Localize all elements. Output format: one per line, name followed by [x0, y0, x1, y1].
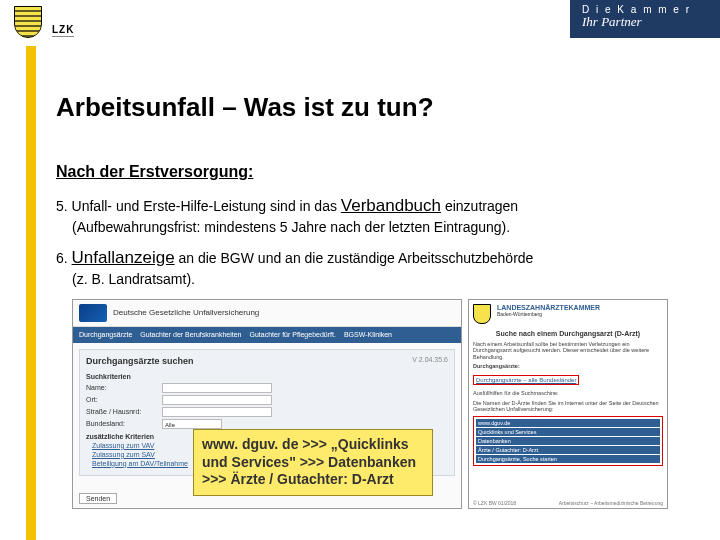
ort-input[interactable] — [162, 395, 272, 405]
nav-item[interactable]: Gutachter für Pflegebedürft. — [249, 331, 335, 338]
list-item-5: 5. Unfall- und Erste-Hilfe-Leistung sind… — [56, 195, 704, 237]
bundesland-select[interactable]: Alle — [162, 419, 222, 429]
crest-icon — [14, 6, 42, 38]
name-input[interactable] — [162, 383, 272, 393]
doc-para: Durchgangsärzte: — [473, 363, 663, 370]
item5-pre: Unfall- und Erste-Hilfe-Leistung sind in… — [68, 198, 341, 214]
step-bar: www.dguv.de — [476, 419, 660, 427]
field-label: Name: — [86, 384, 156, 391]
screenshot-dguv: Deutsche Gesetzliche Unfallversicherung … — [72, 299, 462, 509]
screenshot-lzk-doc: LANDESZAHNÄRZTEKAMMER Baden-Württemberg … — [468, 299, 668, 509]
step-bar: Datenbanken — [476, 437, 660, 445]
street-input[interactable] — [162, 407, 272, 417]
field-label: Bundesland: — [86, 420, 156, 427]
dguv-brand: Deutsche Gesetzliche Unfallversicherung — [113, 308, 259, 317]
item6-num: 6. — [56, 250, 68, 266]
version-label: V 2.04.35.6 — [412, 356, 448, 370]
list-item-6: 6. Unfallanzeige an die BGW und an die z… — [56, 247, 704, 289]
doc-footer-right: Arbeitsschutz – Arbeitsmedizinische Betr… — [559, 500, 663, 506]
highlighted-steps: www.dguv.de Quicklinks und Services Date… — [473, 416, 663, 466]
nav-item[interactable]: BGSW-Kliniken — [344, 331, 392, 338]
accent-bar — [26, 46, 36, 540]
doc-para: Nach einem Arbeitsunfall sollte bei best… — [473, 341, 663, 361]
submit-button[interactable]: Senden — [79, 493, 117, 504]
highlighted-link[interactable]: Durchgangsärzte – alle Bundesländer — [473, 375, 579, 385]
item5-post: einzutragen — [441, 198, 518, 214]
step-bar: Durchgangsärzte, Suche starten — [476, 455, 660, 463]
item6-highlight: Unfallanzeige — [72, 248, 175, 267]
doc-subtitle: Baden-Württemberg — [497, 311, 600, 317]
partner-badge: D i e K a m m e r Ihr Partner — [570, 0, 720, 38]
doc-heading: Suche nach einem Durchgangsarzt (D-Arzt) — [473, 330, 663, 337]
item5-sub: (Aufbewahrungsfrist: mindestens 5 Jahre … — [56, 218, 704, 237]
section-heading: Nach der Erstversorgung: — [56, 163, 704, 181]
doc-para: Die Namen der D-Ärzte finden Sie im Inte… — [473, 400, 663, 413]
step-bar: Ärzte / Gutachter: D-Arzt — [476, 446, 660, 454]
search-title: Durchgangsärzte suchen — [86, 356, 194, 366]
item5-highlight: Verbandbuch — [341, 196, 441, 215]
field-label: Straße / Hausnrd: — [86, 408, 156, 415]
callout-box: www. dguv. de >>> „Quicklinks und Servic… — [193, 429, 433, 496]
step-bar: Quicklinks und Services — [476, 428, 660, 436]
kammer-line2: Ihr Partner — [582, 14, 708, 30]
doc-title: LANDESZAHNÄRZTEKAMMER — [497, 304, 600, 312]
item5-num: 5. — [56, 198, 68, 214]
field-label: Ort: — [86, 396, 156, 403]
lzk-label: LZK — [52, 24, 74, 37]
dguv-navbar: Durchgangsärzte Gutachter der Berufskran… — [73, 327, 461, 343]
crest-icon — [473, 304, 491, 324]
dguv-logo-icon — [79, 304, 107, 322]
doc-para: Ausfüllhilfen für die Suchmaschine: — [473, 390, 663, 397]
item6-post: an die BGW und an die zuständige Arbeits… — [175, 250, 534, 266]
item6-sub: (z. B. Landratsamt). — [56, 270, 704, 289]
nav-item[interactable]: Gutachter der Berufskrankheiten — [140, 331, 241, 338]
page-title: Arbeitsunfall – Was ist zu tun? — [56, 92, 704, 123]
nav-item[interactable]: Durchgangsärzte — [79, 331, 132, 338]
doc-footer-left: © LZK BW 01/2018 — [473, 500, 516, 506]
